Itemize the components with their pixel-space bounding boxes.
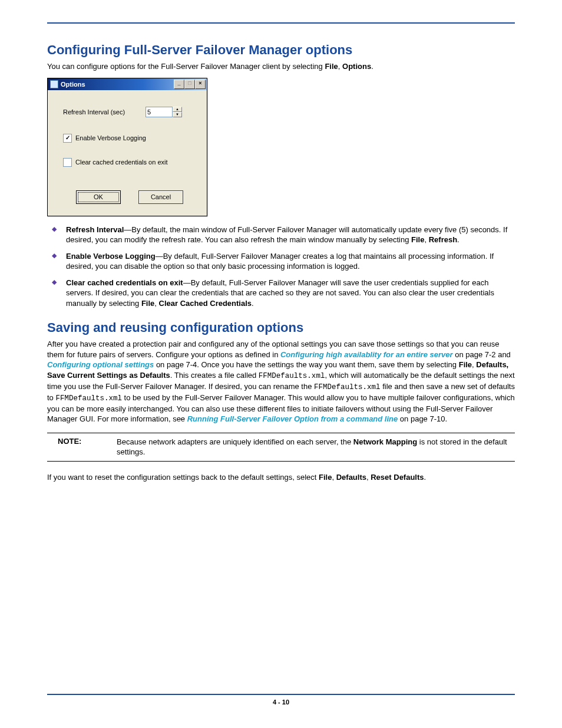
maximize-button[interactable]: □	[184, 80, 195, 89]
bold: File	[141, 299, 154, 308]
code: FFMDefaults.xml	[259, 372, 325, 380]
bold: Clear Cached Credentials	[159, 299, 252, 308]
text: ,	[338, 62, 342, 71]
link-configuring-ha[interactable]: Configuring high availablity for an enti…	[280, 350, 453, 359]
window-title: Options	[61, 81, 85, 88]
code: FFMDefaults.xml	[55, 394, 122, 403]
ok-button[interactable]: OK	[76, 190, 121, 204]
term: Refresh Interval	[66, 225, 124, 234]
text: .	[424, 473, 427, 482]
close-button[interactable]: ×	[195, 80, 206, 89]
verbose-logging-checkbox[interactable]	[63, 134, 72, 143]
bold: File	[459, 360, 472, 369]
term: Clear cached credentials on exit	[66, 278, 183, 287]
link-running-cli[interactable]: Running Full-Server Failover Option from…	[187, 414, 398, 423]
bold: Refresh	[429, 235, 457, 244]
text: ,	[332, 473, 336, 482]
text: .	[457, 235, 459, 244]
link-configuring-optional[interactable]: Configuring optional settings	[47, 360, 154, 369]
text: . This creates a file called	[170, 371, 259, 380]
refresh-interval-input[interactable]	[146, 107, 173, 117]
options-dialog: Options _ □ × Refresh Interval (sec) ▲ ▼	[47, 78, 207, 216]
text: If you want to reset the configuration s…	[47, 473, 319, 482]
clear-credentials-checkbox[interactable]	[63, 158, 72, 167]
heading-saving: Saving and reusing configuration options	[47, 320, 515, 335]
text: .	[252, 299, 254, 308]
bold: File	[411, 235, 424, 244]
list-item: Refresh Interval—By default, the main wi…	[47, 225, 515, 245]
text: .	[371, 62, 373, 71]
dash: —	[183, 278, 191, 287]
text: on page 7-2 and	[453, 350, 511, 359]
clear-credentials-label: Clear cached credentials on exit	[75, 159, 168, 166]
refresh-interval-spinner[interactable]: ▲ ▼	[146, 107, 182, 117]
spinner-up-icon[interactable]: ▲	[173, 107, 182, 112]
titlebar: Options _ □ ×	[48, 78, 207, 90]
app-icon	[50, 80, 58, 88]
dash: —	[124, 225, 131, 234]
text: on page 7-10.	[398, 414, 447, 423]
bold: Options	[342, 62, 371, 71]
text: ,	[424, 235, 428, 244]
dash: —	[156, 252, 163, 261]
refresh-interval-label: Refresh Interval (sec)	[63, 108, 146, 116]
term: Enable Verbose Logging	[66, 252, 156, 261]
note-body: Because network adapters are uniquely id…	[117, 437, 515, 457]
note-box: NOTE: Because network adapters are uniqu…	[47, 433, 515, 462]
list-item: Clear cached credentials on exit—By defa…	[47, 278, 515, 309]
text: You can configure options for the Full-S…	[47, 62, 325, 71]
list-item: Enable Verbose Logging—By default, Full-…	[47, 251, 515, 272]
code: FFMDefaults.xml	[314, 383, 381, 391]
intro-paragraph-1: You can configure options for the Full-S…	[47, 61, 515, 72]
minimize-button[interactable]: _	[174, 80, 184, 89]
text: on page 7-4. Once you have the settings …	[154, 360, 458, 369]
heading-configuring: Configuring Full-Server Failover Manager…	[47, 42, 515, 58]
options-list: Refresh Interval—By default, the main wi…	[47, 225, 515, 309]
bold: Defaults	[336, 473, 366, 482]
bold: File	[319, 473, 332, 482]
text: ,	[154, 299, 158, 308]
saving-paragraph: After you have created a protection pair…	[47, 339, 515, 424]
note-label: NOTE:	[47, 437, 117, 457]
reset-paragraph: If you want to reset the configuration s…	[47, 472, 515, 483]
top-rule	[47, 22, 515, 24]
page-footer: 4 - 10	[47, 694, 515, 706]
cancel-button[interactable]: Cancel	[138, 190, 183, 204]
bold: Network Mapping	[353, 437, 417, 446]
spinner-down-icon[interactable]: ▼	[173, 112, 182, 117]
window-buttons: _ □ ×	[174, 80, 206, 89]
text: Because network adapters are uniquely id…	[117, 437, 353, 446]
bold: Reset Defaults	[371, 473, 424, 482]
bold: File	[325, 62, 338, 71]
verbose-logging-label: Enable Verbose Logging	[75, 134, 146, 141]
